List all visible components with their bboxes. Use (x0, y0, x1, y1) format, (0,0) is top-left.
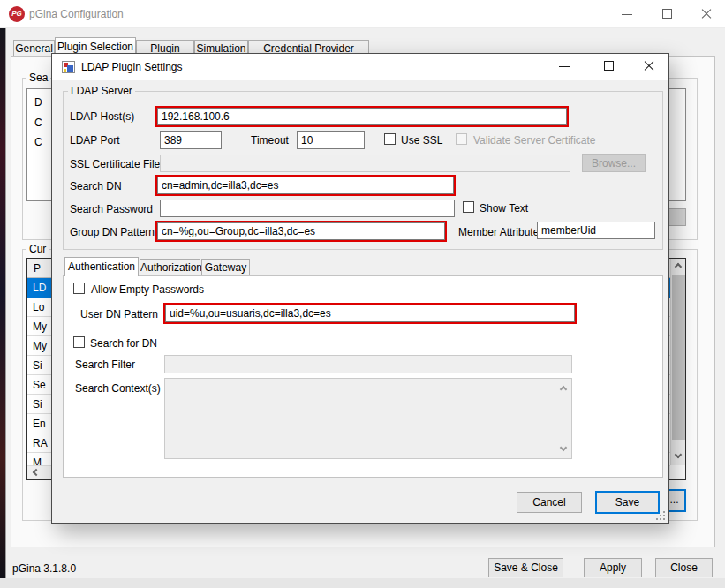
search-groupbox-label: Sea (26, 72, 50, 84)
search-for-dn-label: Search for DN (90, 336, 157, 351)
plugins-vertical-scrollbar[interactable] (670, 259, 685, 465)
user-dn-pattern-label: User DN Pattern (80, 307, 158, 321)
dialog-title: LDAP Plugin Settings (81, 60, 183, 74)
screen: PG pGina Configuration General Plugin Se… (0, 0, 725, 588)
search-dn-label: Search DN (70, 179, 122, 193)
listbox-item[interactable]: C (34, 116, 42, 130)
maximize-icon (604, 61, 614, 71)
maximize-icon (662, 9, 672, 19)
search-for-dn-checkbox[interactable] (73, 336, 85, 348)
ldap-hosts-highlight (155, 106, 569, 127)
show-text-label: Show Text (480, 201, 528, 215)
pgina-logo-icon: PG (9, 6, 25, 22)
minimize-icon (622, 14, 632, 15)
user-dn-pattern-input[interactable] (165, 305, 575, 322)
member-attribute-input[interactable] (537, 222, 655, 239)
scroll-down-icon[interactable] (675, 451, 682, 458)
minimize-button[interactable] (614, 4, 640, 24)
allow-empty-passwords-checkbox[interactable] (73, 283, 85, 294)
ldap-hosts-label: LDAP Host(s) (70, 109, 134, 124)
save-and-close-button[interactable]: Save & Close (488, 558, 563, 577)
search-dn-highlight (155, 175, 456, 196)
ssl-cert-file-input (160, 155, 570, 172)
use-ssl-checkbox[interactable] (384, 133, 396, 145)
save-button[interactable]: Save (595, 491, 660, 514)
validate-cert-label: Validate Server Certificate (473, 133, 596, 147)
scroll-left-icon[interactable] (33, 469, 40, 476)
use-ssl-label: Use SSL (401, 133, 442, 147)
close-icon (643, 60, 655, 72)
close-button[interactable] (692, 4, 719, 24)
ldap-plugin-settings-dialog: LDAP Plugin Settings LDAP Server LDAP Ho… (51, 53, 669, 524)
dialog-close-button[interactable] (635, 57, 661, 76)
group-dn-pattern-input[interactable] (157, 222, 445, 240)
version-status: pGina 3.1.8.0 (12, 562, 76, 576)
browse-button: Browse... (582, 154, 646, 172)
apply-button[interactable]: Apply (584, 558, 642, 577)
show-text-checkbox[interactable] (463, 201, 474, 213)
scroll-down-icon (560, 444, 567, 451)
user-dn-highlight (163, 303, 577, 324)
scroll-up-icon (560, 386, 567, 393)
search-filter-input (164, 355, 572, 373)
timeout-input[interactable] (297, 131, 365, 149)
scrollbar-thumb[interactable] (672, 275, 685, 440)
search-contexts-label: Search Context(s) (75, 381, 161, 396)
search-password-input[interactable] (160, 200, 455, 217)
resize-grip[interactable] (656, 511, 658, 513)
tab-gateway[interactable]: Gateway (201, 259, 250, 276)
search-dn-input[interactable] (157, 177, 454, 194)
listbox-item[interactable]: D (34, 95, 42, 109)
tab-authorization[interactable]: Authorization (140, 259, 200, 276)
scroll-up-icon[interactable] (675, 263, 682, 270)
ssl-cert-file-label: SSL Certificate File (70, 157, 160, 171)
tab-authentication[interactable]: Authentication (64, 257, 139, 276)
listbox-item[interactable]: C (34, 135, 42, 149)
search-contexts-textarea (164, 378, 572, 459)
close-window-button[interactable]: Close (655, 558, 713, 577)
ldap-port-label: LDAP Port (70, 133, 119, 147)
validate-cert-checkbox (456, 133, 467, 145)
main-window-title: pGina Configuration (29, 7, 124, 21)
member-attribute-label: Member Attribute (458, 225, 539, 239)
ldap-hosts-input[interactable] (157, 108, 567, 125)
ldap-port-input[interactable] (160, 131, 222, 149)
tab-general[interactable]: General (13, 40, 55, 56)
maximize-button[interactable] (653, 4, 680, 24)
dialog-minimize-button[interactable] (551, 57, 578, 76)
dialog-maximize-button[interactable] (595, 57, 622, 76)
desktop-bottom-sliver (0, 578, 725, 588)
timeout-label: Timeout (251, 133, 289, 147)
search-filter-label: Search Filter (75, 358, 135, 372)
ldap-server-group-label: LDAP Server (68, 85, 135, 97)
group-dn-highlight (155, 221, 447, 242)
close-icon (700, 8, 713, 20)
minimize-icon (559, 66, 570, 67)
group-dn-pattern-label: Group DN Pattern (70, 225, 155, 239)
form-icon (62, 61, 75, 73)
current-plugins-groupbox-label: Cur (26, 243, 49, 255)
allow-empty-passwords-label: Allow Empty Passwords (91, 283, 204, 297)
cancel-button[interactable]: Cancel (517, 492, 582, 513)
search-password-label: Search Password (70, 202, 153, 216)
